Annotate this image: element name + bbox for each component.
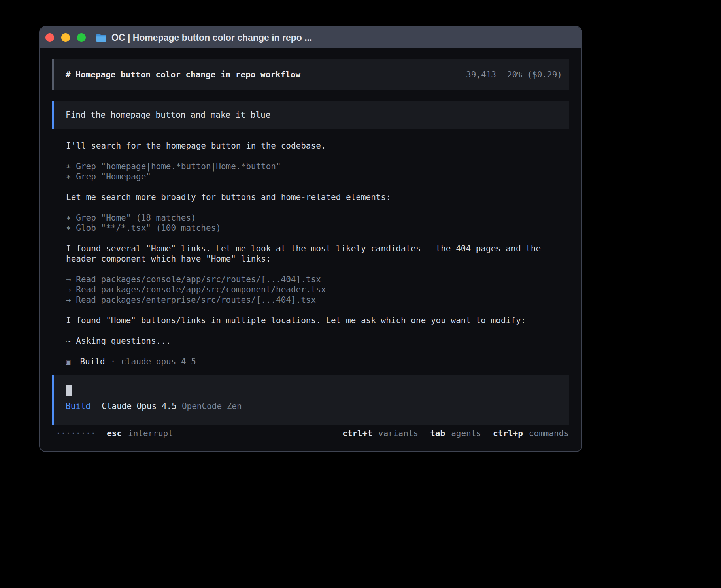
provider-label: OpenCode Zen — [182, 401, 242, 411]
agents-label: agents — [451, 428, 481, 439]
window-controls — [45, 33, 86, 42]
assistant-message: I'll search for the homepage button in t… — [66, 141, 555, 151]
agent-name: Build — [80, 356, 105, 367]
context-cost: 20% ($0.29) — [507, 70, 562, 79]
input-meta: BuildClaude Opus 4.5OpenCode Zen — [66, 401, 559, 412]
token-count: 39,413 — [466, 70, 496, 79]
tool-call-grep: ∗ Grep "homepage|home.*button|Home.*butt… — [66, 161, 555, 172]
tool-call-read: → Read packages/console/app/src/componen… — [66, 285, 555, 295]
zoom-button[interactable] — [77, 33, 86, 42]
assistant-message: I found "Home" buttons/links in multiple… — [66, 315, 555, 326]
status-bar-right: ctrl+t variants tab agents ctrl+p comman… — [330, 428, 569, 439]
tool-call-grep: ∗ Grep "Home" (18 matches) — [66, 213, 555, 223]
session-header: # Homepage button color change in repo w… — [52, 59, 569, 90]
variants-label: variants — [378, 428, 418, 439]
agent-model: claude-opus-4-5 — [121, 356, 196, 367]
shortcut-agents: tab agents — [430, 428, 481, 439]
model-name-label: Claude Opus 4.5 — [102, 401, 177, 411]
minimize-button[interactable] — [61, 33, 70, 42]
spinner-dots: ········ — [56, 428, 96, 439]
assistant-message: Let me search more broadly for buttons a… — [66, 192, 555, 202]
agent-mode-label: Build — [66, 401, 91, 411]
tool-call-glob: ∗ Glob "**/*.tsx" (100 matches) — [66, 223, 555, 233]
terminal-content: # Homepage button color change in repo w… — [40, 48, 581, 452]
tool-call-read: → Read packages/console/app/src/routes/[… — [66, 274, 555, 285]
terminal-window: OC | Homepage button color change in rep… — [39, 26, 582, 452]
esc-key-hint: esc — [107, 428, 122, 439]
status-bar: ········ esc interrupt ctrl+t variants t… — [52, 428, 569, 439]
folder-icon — [96, 33, 107, 42]
session-title: # Homepage button color change in repo w… — [66, 70, 300, 79]
agent-icon: ▣ — [66, 356, 70, 367]
ctrl-p-key-hint: ctrl+p — [493, 428, 523, 439]
agent-status-line: ▣ Build · claude-opus-4-5 — [66, 356, 555, 367]
conversation: I'll search for the homepage button in t… — [52, 141, 569, 367]
window-title: OC | Homepage button color change in rep… — [111, 32, 312, 43]
prompt-input[interactable]: BuildClaude Opus 4.5OpenCode Zen — [52, 375, 569, 425]
interrupt-label: interrupt — [128, 428, 173, 439]
shortcut-commands: ctrl+p commands — [493, 428, 569, 439]
user-message: Find the homepage button and make it blu… — [52, 101, 569, 129]
commands-label: commands — [529, 428, 569, 439]
text-cursor — [66, 385, 72, 396]
shortcut-variants: ctrl+t variants — [342, 428, 418, 439]
tool-call-grep: ∗ Grep "Homepage" — [66, 172, 555, 182]
status-bar-left: ········ esc interrupt — [56, 428, 173, 439]
separator-dot: · — [111, 356, 116, 367]
tab-key-hint: tab — [430, 428, 445, 439]
user-message-text: Find the homepage button and make it blu… — [66, 110, 270, 120]
asking-questions-status: ~ Asking questions... — [66, 336, 555, 346]
session-stats: 39,41320% ($0.29) — [466, 70, 562, 79]
ctrl-t-key-hint: ctrl+t — [342, 428, 372, 439]
window-titlebar[interactable]: OC | Homepage button color change in rep… — [40, 27, 581, 48]
tool-call-read: → Read packages/enterprise/src/routes/[.… — [66, 295, 555, 305]
close-button[interactable] — [45, 33, 54, 42]
assistant-message: I found several "Home" links. Let me loo… — [66, 243, 555, 264]
